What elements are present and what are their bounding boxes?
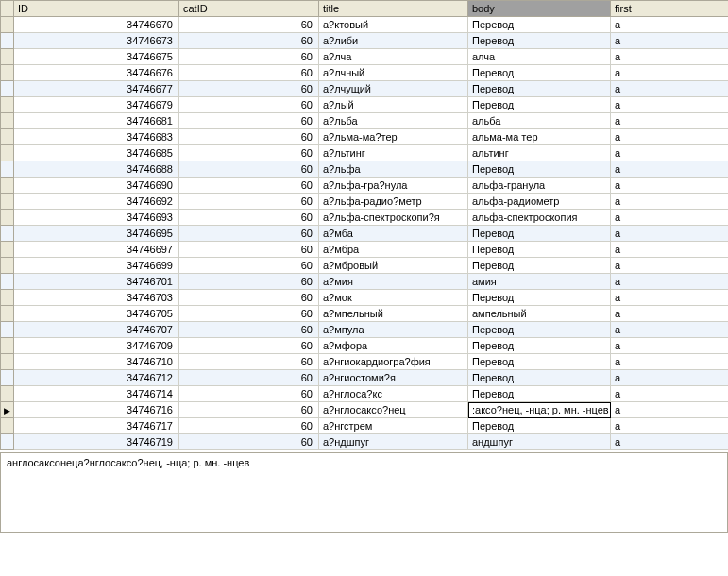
cell-id[interactable]: 34746710 [14,354,179,370]
cell-id[interactable]: 34746679 [14,97,179,113]
row-header[interactable] [1,65,14,81]
cell-title[interactable]: а?льфа-радио?метр [319,194,468,210]
cell-title[interactable]: а?льтинг [319,145,468,161]
cell-catid[interactable]: 60 [179,338,319,354]
cell-catid[interactable]: 60 [179,65,319,81]
cell-body[interactable]: Перевод [468,354,611,370]
cell-first[interactable]: а [611,65,729,81]
cell-body[interactable]: андшпуг [468,434,611,450]
cell-title[interactable]: а?мбровый [319,258,468,274]
cell-catid[interactable]: 60 [179,434,319,450]
table-row[interactable]: 3474670360а?мокПеревода [1,290,729,306]
cell-body[interactable]: Перевод [468,386,611,402]
table-row[interactable]: 3474669960а?мбровыйПеревода [1,258,729,274]
cell-catid[interactable]: 60 [179,113,319,129]
row-header[interactable] [1,226,14,242]
cell-catid[interactable]: 60 [179,354,319,370]
cell-first[interactable]: а [611,402,729,418]
cell-body[interactable]: Перевод [468,242,611,258]
cell-catid[interactable]: 60 [179,97,319,113]
cell-catid[interactable]: 60 [179,178,319,194]
cell-title[interactable]: а?либи [319,33,468,49]
cell-catid[interactable]: 60 [179,81,319,97]
cell-id[interactable]: 34746719 [14,434,179,450]
table-row[interactable]: 3474669560а?мбаПеревода [1,226,729,242]
cell-title[interactable]: а?мфора [319,338,468,354]
cell-title[interactable]: а?нгстрем [319,418,468,434]
cell-body[interactable]: альфа-спектроскопия [468,210,611,226]
cell-first[interactable]: а [611,386,729,402]
cell-title[interactable]: а?льфа-спектроскопи?я [319,210,468,226]
cell-body[interactable]: Перевод [468,161,611,178]
cell-id[interactable]: 34746703 [14,290,179,306]
table-row[interactable]: 3474667960а?лыйПеревода [1,97,729,113]
cell-title[interactable]: а?нгиостоми?я [319,370,468,386]
cell-body[interactable]: альфа-гранула [468,178,611,194]
cell-first[interactable]: а [611,33,729,49]
row-header[interactable] [1,386,14,402]
row-header[interactable] [1,274,14,290]
table-row[interactable]: 3474667560а?лчаалчаа [1,49,729,65]
cell-id[interactable]: 34746707 [14,322,179,338]
col-header-catid[interactable]: catID [179,1,319,17]
row-header[interactable] [1,113,14,129]
table-row[interactable]: 3474667360а?либиПеревода [1,33,729,49]
cell-first[interactable]: а [611,49,729,65]
cell-title[interactable]: а?мпельный [319,306,468,322]
cell-id[interactable]: 34746685 [14,145,179,161]
row-header[interactable] [1,338,14,354]
row-selector-header[interactable] [1,1,14,17]
data-grid[interactable]: ID catID title body first 3474667060а?кт… [0,0,728,450]
cell-catid[interactable]: 60 [179,322,319,338]
cell-catid[interactable]: 60 [179,386,319,402]
cell-first[interactable]: а [611,178,729,194]
cell-catid[interactable]: 60 [179,129,319,145]
row-header[interactable] [1,418,14,434]
cell-id[interactable]: 34746690 [14,178,179,194]
cell-catid[interactable]: 60 [179,161,319,178]
cell-title[interactable]: а?лчущий [319,81,468,97]
table-row[interactable]: 3474668160а?льбаальбаа [1,113,729,129]
table-row[interactable]: 3474668560а?льтингальтинга [1,145,729,161]
cell-body[interactable]: Перевод [468,418,611,434]
cell-body[interactable]: Перевод [468,290,611,306]
cell-body[interactable]: Перевод [468,81,611,97]
row-header[interactable] [1,354,14,370]
cell-body[interactable]: Перевод [468,17,611,33]
row-header[interactable] [1,161,14,178]
row-header[interactable] [1,322,14,338]
cell-first[interactable]: а [611,418,729,434]
row-header[interactable] [1,17,14,33]
cell-body[interactable]: альма-ма тер [468,129,611,145]
table-row[interactable]: 3474669360а?льфа-спектроскопи?яальфа-спе… [1,210,729,226]
table-row[interactable]: 3474671660а?нглосаксо?нец:аксо?нец, -нца… [1,402,729,418]
cell-first[interactable]: а [611,434,729,450]
cell-catid[interactable]: 60 [179,33,319,49]
table-row[interactable]: 3474671760а?нгстремПеревода [1,418,729,434]
cell-title[interactable]: а?ндшпуг [319,434,468,450]
cell-first[interactable]: а [611,129,729,145]
cell-id[interactable]: 34746697 [14,242,179,258]
cell-first[interactable]: а [611,354,729,370]
row-header[interactable] [1,210,14,226]
table-row[interactable]: 3474667060а?ктовыйПеревода [1,17,729,33]
cell-first[interactable]: а [611,258,729,274]
table-row[interactable]: 3474669060а?льфа-гра?нулаальфа-гранулаа [1,178,729,194]
cell-title[interactable]: а?ктовый [319,17,468,33]
cell-catid[interactable]: 60 [179,290,319,306]
cell-body[interactable]: Перевод [468,258,611,274]
row-header[interactable] [1,242,14,258]
cell-title[interactable]: а?мпула [319,322,468,338]
cell-first[interactable]: а [611,322,729,338]
cell-first[interactable]: а [611,81,729,97]
cell-catid[interactable]: 60 [179,402,319,418]
cell-title[interactable]: а?льма-ма?тер [319,129,468,145]
cell-catid[interactable]: 60 [179,210,319,226]
cell-first[interactable]: а [611,290,729,306]
row-header[interactable] [1,33,14,49]
cell-first[interactable]: а [611,370,729,386]
cell-first[interactable]: а [611,194,729,210]
cell-catid[interactable]: 60 [179,418,319,434]
cell-catid[interactable]: 60 [179,49,319,65]
row-header[interactable] [1,434,14,450]
